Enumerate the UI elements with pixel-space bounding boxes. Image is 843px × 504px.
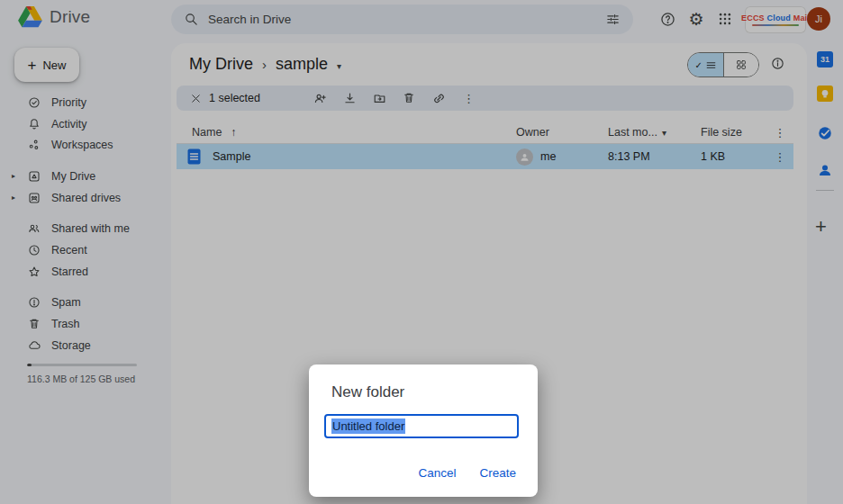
new-folder-dialog: New folder Untitled folder Cancel Create — [309, 364, 538, 497]
folder-name-input[interactable]: Untitled folder — [324, 414, 519, 438]
cancel-button[interactable]: Cancel — [418, 466, 456, 480]
create-button[interactable]: Create — [479, 466, 516, 480]
dialog-title: New folder — [331, 383, 538, 401]
folder-name-value: Untitled folder — [331, 418, 405, 434]
dialog-actions: Cancel Create — [418, 466, 516, 480]
